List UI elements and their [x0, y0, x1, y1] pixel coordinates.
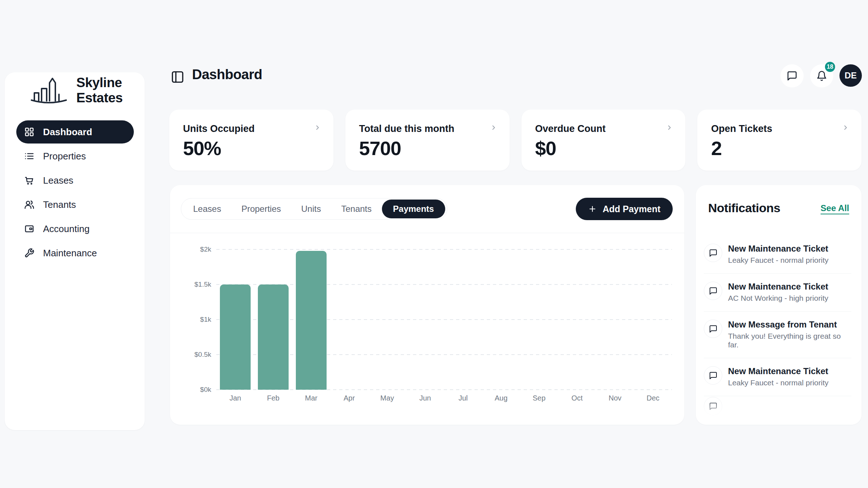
- messages-button[interactable]: [780, 64, 804, 87]
- plus-icon: [588, 205, 597, 213]
- page-title: Dashboard: [192, 67, 262, 82]
- notification-subtitle: Thank you! Everything is great so far.: [728, 332, 851, 349]
- notification-text: New Maintenance Ticket AC Not Working - …: [728, 282, 828, 303]
- skyline-logo-icon: [29, 76, 69, 105]
- x-tick-label: Mar: [292, 394, 330, 402]
- bar-slot: [558, 249, 596, 390]
- notification-text: New Message from Tenant Thank you! Every…: [728, 320, 851, 349]
- stat-value: 5700: [359, 137, 401, 159]
- sidebar-item-label: Leases: [43, 175, 73, 186]
- x-tick-label: Dec: [634, 394, 672, 402]
- list-icon: [24, 151, 34, 161]
- stat-card-overdue-count[interactable]: Overdue Count $0: [522, 110, 686, 171]
- bar[interactable]: [220, 284, 251, 390]
- stat-card-total-due[interactable]: Total due this month 5700: [345, 110, 510, 171]
- sidebar-item-leases[interactable]: Leases: [16, 169, 134, 192]
- bar-slot: [634, 249, 672, 390]
- bar[interactable]: [296, 251, 327, 390]
- add-payment-label: Add Payment: [603, 204, 660, 214]
- x-tick-label: Feb: [254, 394, 292, 402]
- tab-label: Payments: [393, 204, 434, 214]
- avatar[interactable]: DE: [839, 64, 862, 87]
- message-bubble-icon: [704, 366, 722, 385]
- bar-slot: [520, 249, 558, 390]
- y-tick-label: $0.5k: [195, 351, 211, 359]
- chart-card-header: Leases Properties Units Tenants Payments: [170, 185, 684, 233]
- see-all-link[interactable]: See All: [821, 203, 849, 213]
- sidebar-item-label: Dashboard: [43, 127, 92, 138]
- stat-label: Overdue Count: [535, 123, 606, 134]
- x-tick-label: Nov: [596, 394, 634, 402]
- tab-label: Units: [301, 204, 321, 214]
- notification-title: New Maintenance Ticket: [728, 366, 829, 376]
- y-tick-label: $2k: [200, 245, 211, 253]
- y-tick-label: $1.5k: [195, 281, 211, 288]
- sidebar-item-dashboard[interactable]: Dashboard: [16, 120, 134, 144]
- cart-icon: [24, 175, 34, 185]
- bar-slot: [444, 249, 482, 390]
- sidebar-item-accounting[interactable]: Accounting: [16, 217, 134, 240]
- add-payment-button[interactable]: Add Payment: [576, 198, 673, 220]
- sidebar-item-maintenance[interactable]: Maintenance: [16, 241, 134, 265]
- message-bubble-icon: [704, 282, 722, 300]
- sidebar-toggle-button[interactable]: [171, 70, 184, 84]
- x-tick-label: Oct: [558, 394, 596, 402]
- stat-value: $0: [535, 137, 556, 159]
- notification-title: New Maintenance Ticket: [728, 244, 829, 254]
- chart-plot: [216, 249, 672, 390]
- brand: Skyline Estates: [29, 75, 145, 106]
- notifications-panel: Notifications See All New Maintenance Ti…: [696, 185, 861, 425]
- x-tick-label: Sep: [520, 394, 558, 402]
- sidebar-item-label: Maintenance: [43, 248, 97, 259]
- notification-title: New Message from Tenant: [728, 320, 851, 330]
- stat-card-open-tickets[interactable]: Open Tickets 2: [697, 110, 861, 171]
- x-tick-label: May: [368, 394, 406, 402]
- sidebar-item-tenants[interactable]: Tenants: [16, 193, 134, 216]
- tab[interactable]: Properties: [231, 200, 291, 218]
- stat-value: 2: [711, 137, 722, 159]
- notification-subtitle: Leaky Faucet - normal priority: [728, 256, 829, 265]
- stat-card-units-occupied[interactable]: Units Occupied 50%: [169, 110, 333, 171]
- notification-item[interactable]: New Maintenance Ticket Leaky Faucet - no…: [704, 236, 851, 274]
- stat-label: Open Tickets: [711, 123, 772, 134]
- message-bubble-icon: [704, 320, 722, 338]
- notification-count-badge: 18: [825, 62, 835, 72]
- notification-item[interactable]: New Message from Tenant Thank you! Every…: [704, 312, 851, 358]
- sidebar-item-label: Tenants: [43, 199, 76, 210]
- fade-overlay: [696, 396, 861, 425]
- tab[interactable]: Tenants: [331, 200, 382, 218]
- bar-slot: [330, 249, 368, 390]
- wallet-icon: [24, 224, 34, 234]
- notifications-list: New Maintenance Ticket Leaky Faucet - no…: [704, 236, 851, 396]
- notification-title: New Maintenance Ticket: [728, 282, 828, 292]
- notification-subtitle: Leaky Faucet - normal priority: [728, 378, 829, 387]
- notification-text: New Maintenance Ticket Leaky Faucet - no…: [728, 244, 829, 265]
- wrench-icon: [24, 248, 34, 258]
- y-tick-label: $0k: [200, 386, 211, 394]
- notification-subtitle: AC Not Working - high priority: [728, 294, 828, 303]
- sidebar-item-label: Properties: [43, 151, 86, 162]
- grid-icon: [24, 127, 34, 137]
- sidebar-item-properties[interactable]: Properties: [16, 145, 134, 168]
- tab-label: Properties: [241, 204, 281, 214]
- bar-slot: [368, 249, 406, 390]
- chart-xaxis: Jan Feb Mar Apr May Jun Jul Aug Sep Oct …: [216, 394, 672, 402]
- sidebar-item-label: Accounting: [43, 223, 90, 235]
- tab[interactable]: Payments: [382, 200, 445, 218]
- tab[interactable]: Units: [291, 200, 331, 218]
- sidebar-nav: Dashboard Properties Leases: [16, 120, 134, 266]
- tab[interactable]: Leases: [183, 200, 231, 218]
- bar-chart: $0k$0.5k$1k$1.5k$2k: [216, 249, 672, 390]
- tab-label: Tenants: [341, 204, 371, 214]
- bar-slot: [254, 249, 292, 390]
- panel-left-icon: [171, 70, 184, 84]
- bar-slot: [216, 249, 254, 390]
- bar-slot: [292, 249, 330, 390]
- chevron-right-icon: [842, 124, 849, 131]
- notification-item[interactable]: New Maintenance Ticket AC Not Working - …: [704, 274, 851, 312]
- bar[interactable]: [258, 284, 289, 390]
- stat-label: Total due this month: [359, 123, 454, 134]
- x-tick-label: Aug: [482, 394, 520, 402]
- bar-slot: [482, 249, 520, 390]
- stat-value: 50%: [183, 137, 221, 159]
